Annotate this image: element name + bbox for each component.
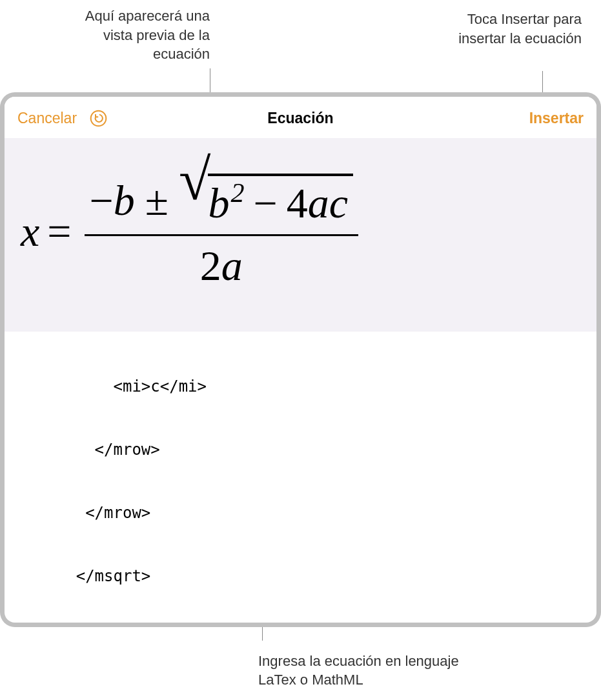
code-line: </mrow> (20, 439, 581, 461)
equation-dialog: Cancelar Ecuación Insertar x = −b ± √ (5, 97, 596, 623)
input-callout: Ingresa la ecuación en lenguaje LaTex o … (258, 652, 465, 690)
insert-button[interactable]: Insertar (529, 110, 584, 127)
preview-callout: Aquí aparecerá una vista previa de la ec… (65, 6, 210, 64)
header-left: Cancelar (17, 108, 108, 128)
dialog-header: Cancelar Ecuación Insertar (5, 97, 596, 138)
cancel-button[interactable]: Cancelar (17, 110, 77, 127)
mathml-input[interactable]: <mi>c</mi> </mrow> </mrow> </msqrt> </mr… (5, 332, 596, 623)
svg-point-0 (90, 110, 106, 126)
undo-icon (90, 110, 107, 127)
insert-callout: Toca Insertar para insertar la ecuación (417, 10, 582, 48)
code-line: </msqrt> (20, 566, 581, 587)
undo-button[interactable] (88, 108, 108, 128)
equation-preview: x = −b ± √ b2 − 4ac 2a (5, 138, 596, 332)
equation-render: x = −b ± √ b2 − 4ac 2a (21, 174, 358, 290)
code-line: </mrow> (20, 503, 581, 524)
dialog-title: Ecuación (267, 110, 333, 127)
code-line: <mi>c</mi> (20, 376, 581, 397)
